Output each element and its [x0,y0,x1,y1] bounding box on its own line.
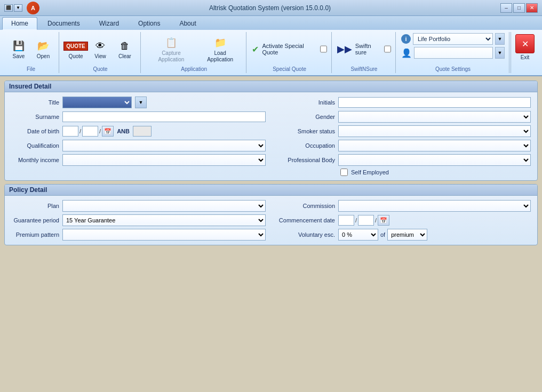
tab-home[interactable]: Home [2,17,37,30]
load-icon: 📁 [213,35,228,50]
insured-detail-body: Title ▼ Initials Surname [5,92,537,180]
comm-calendar-button[interactable]: 📅 [378,215,389,226]
plan-select[interactable] [62,200,266,212]
portfolio-row: i Life Portfolio ▼ [401,33,505,45]
swiftn-checkbox[interactable] [384,45,391,53]
minimize-button[interactable]: – [500,3,512,13]
occupation-row: Occupation [276,140,531,151]
comm-slash-2: / [375,217,377,223]
smoker-label: Smoker status [276,128,335,134]
close-button[interactable]: ✕ [526,3,538,13]
quote-button[interactable]: QUOTE Quote [65,36,87,62]
initials-input[interactable] [338,97,531,108]
comm-day-input[interactable] [338,215,354,226]
comm-slash-1: / [355,217,357,223]
monthly-income-select[interactable] [62,154,266,166]
exit-section: ✕ Exit [511,32,539,73]
save-icon: 💾 [11,38,26,53]
dob-day-input[interactable] [62,126,78,137]
title-row: Title ▼ [11,97,266,108]
application-group-items: 📋 Capture Application 📁 Load Application [146,33,242,65]
gender-select[interactable] [338,111,531,123]
portfolio-dropdown-btn[interactable]: ▼ [495,33,505,45]
policy-detail-body: Plan Commission Guarantee period [5,196,537,245]
file-group: 💾 Save 📂 Open File [3,32,59,73]
commencement-date-row: Commencement date / / 📅 [276,214,531,226]
qualification-label: Qualification [11,142,59,149]
file-group-label: File [27,66,35,72]
save-button[interactable]: 💾 Save [7,36,30,62]
maximize-button[interactable]: □ [513,3,525,13]
policy-detail-panel: Policy Detail Plan Commission [4,184,538,245]
special-quote-group: ✔ Activate Special Quote Special Quote [248,32,331,73]
application-group-label: Application [181,66,207,72]
occupation-select[interactable] [338,140,531,151]
quote-settings-group-items: i Life Portfolio ▼ 👤 ▼ [401,33,505,65]
guarantee-period-row: Guarantee period 15 Year Guarantee [11,214,266,226]
person-icon: 👤 [401,48,412,58]
clear-icon: 🗑 [117,38,132,53]
premium-pattern-select[interactable] [62,229,266,241]
premium-pattern-label: Premium pattern [11,231,59,238]
title-field-label: Title [11,99,59,106]
guarantee-period-select[interactable]: 15 Year Guarantee [62,214,266,226]
commission-row: Commission [276,200,531,212]
person-dropdown-btn[interactable]: ▼ [495,47,505,59]
clear-button[interactable]: 🗑 Clear [114,36,136,62]
quote-label: Quote [68,53,83,60]
window-controls-mini: ⬛ ▼ [4,4,22,12]
quote-group-label: Quote [93,66,107,72]
tab-options[interactable]: Options [129,17,169,30]
open-button[interactable]: 📂 Open [32,36,54,62]
gender-label: Gender [276,114,335,120]
quote-settings-group-label: Quote Settings [435,66,471,72]
quote-group: QUOTE Quote 👁 View 🗑 Clear Quote [60,32,141,73]
dob-calendar-button[interactable]: 📅 [102,126,114,137]
surname-input[interactable] [62,111,266,122]
tab-wizard[interactable]: Wizard [90,17,128,30]
self-employed-checkbox[interactable] [340,169,348,176]
professional-body-select[interactable] [338,154,531,166]
professional-body-label: Professional Body [276,157,335,163]
mini-btn-2[interactable]: ▼ [14,4,22,12]
commencement-date-label: Commencement date [276,217,335,223]
qualification-select[interactable] [62,140,266,151]
main-content: Insured Detail Title ▼ Initials [0,76,542,253]
person-input[interactable] [414,47,493,59]
file-group-items: 💾 Save 📂 Open [7,33,54,65]
person-row: 👤 ▼ [401,47,505,59]
title-select[interactable] [62,97,132,108]
gender-row: Gender [276,111,531,123]
dob-row: Date of birth / / 📅 ANB [11,125,266,137]
smoker-select[interactable] [338,125,531,137]
initials-row: Initials [276,97,531,108]
premium-pattern-row: Premium pattern [11,229,266,241]
activate-special-quote-row: ✔ Activate Special Quote [252,43,326,55]
mini-btn-1[interactable]: ⬛ [4,4,13,12]
portfolio-select[interactable]: Life Portfolio [413,33,493,45]
title-dropdown-btn[interactable]: ▼ [135,97,147,108]
activate-special-quote-checkbox[interactable] [320,45,327,53]
view-button[interactable]: 👁 View [89,36,111,62]
comm-month-input[interactable] [358,215,374,226]
commission-select[interactable] [338,200,531,212]
ribbon: Home Documents Wizard Options About 💾 Sa… [0,16,542,76]
guarantee-period-label: Guarantee period [11,217,59,223]
ribbon-tabs: Home Documents Wizard Options About [0,16,542,30]
swiftn-arrows-icon: ▶▶ [337,43,352,55]
load-application-button[interactable]: 📁 Load Application [198,33,242,65]
voluntary-esc-label: Voluntary esc. [276,231,335,238]
voluntary-esc-select[interactable]: 0 % [338,229,378,241]
exit-button[interactable]: ✕ [515,34,535,53]
dob-label: Date of birth [11,128,59,134]
exit-label: Exit [521,54,530,60]
policy-detail-grid: Plan Commission Guarantee period [11,200,531,241]
plan-row: Plan [11,200,266,212]
dob-month-input[interactable] [82,126,98,137]
tab-documents[interactable]: Documents [38,17,89,30]
premium-select[interactable]: premium [387,229,427,241]
professional-body-row: Professional Body [276,154,531,166]
capture-application-button[interactable]: 📋 Capture Application [146,33,196,65]
monthly-income-label: Monthly income [11,157,59,163]
tab-about[interactable]: About [170,17,205,30]
